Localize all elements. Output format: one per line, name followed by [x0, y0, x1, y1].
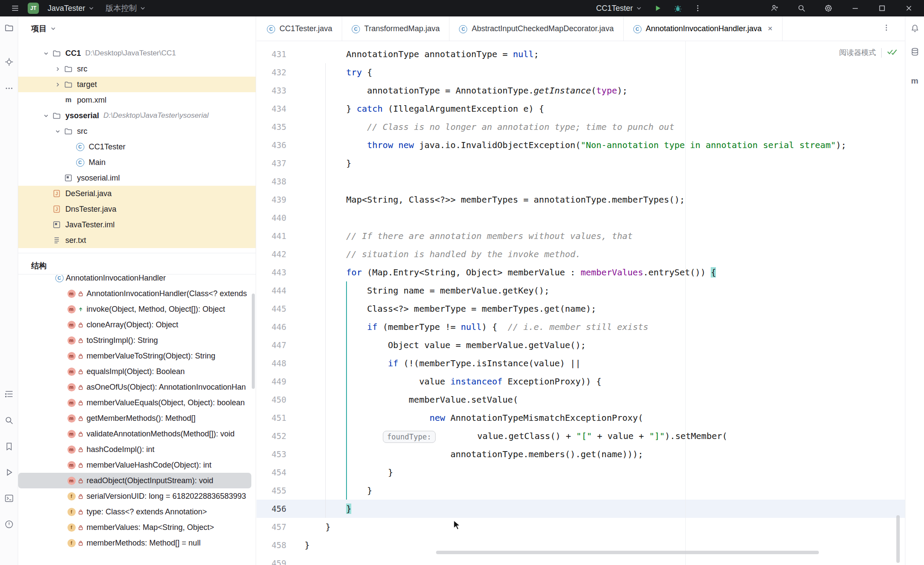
code-line-431[interactable]: AnnotationType annotationType = null;	[305, 45, 905, 63]
line-number-436[interactable]: 436	[257, 136, 286, 154]
line-number-435[interactable]: 435	[257, 118, 286, 136]
debug-button[interactable]	[671, 2, 684, 15]
code-line-442[interactable]: // situation is handled by the invoke me…	[305, 245, 905, 263]
line-number-434[interactable]: 434	[257, 100, 286, 118]
tree-item-CC1[interactable]: CC1D:\Desktop\JavaTester\CC1	[18, 45, 256, 61]
structure-item-memberValueEquals[interactable]: mmemberValueEquals(Object, Object): bool…	[18, 395, 251, 410]
structure-item-AnnotationInvocationHandler[interactable]: mAnnotationInvocationHandler(Class<? ext…	[18, 286, 251, 301]
project-selector[interactable]: JavaTester	[45, 2, 97, 15]
code-line-432[interactable]: try {	[305, 63, 905, 81]
line-number-448[interactable]: 448	[257, 354, 286, 372]
structure-item-cloneArray[interactable]: mcloneArray(Object): Object	[18, 317, 251, 333]
chevron-expanded-icon[interactable]	[52, 128, 63, 135]
structure-icon[interactable]	[3, 387, 16, 400]
line-number-441[interactable]: 441	[257, 227, 286, 245]
tree-item-ysoserial.iml[interactable]: ysoserial.iml	[18, 170, 256, 186]
run-config-selector[interactable]: CC1Tester	[594, 2, 645, 15]
code-line-433[interactable]: annotationType = AnnotationType.getInsta…	[305, 81, 905, 100]
line-number-453[interactable]: 453	[257, 445, 286, 463]
code-line-447[interactable]: Object value = memberValue.getValue();	[305, 336, 905, 354]
code-line-437[interactable]: }	[305, 154, 905, 172]
code-line-445[interactable]: Class<?> memberType = memberTypes.get(na…	[305, 300, 905, 318]
structure-item-memberValueHashCode[interactable]: mmemberValueHashCode(Object): int	[18, 457, 251, 473]
run-icon[interactable]	[3, 466, 16, 479]
code-line-440[interactable]	[305, 209, 905, 227]
chevron-expanded-icon[interactable]	[41, 50, 51, 57]
code-with-me-icon[interactable]	[768, 2, 781, 15]
project-panel-header[interactable]: 项目	[18, 20, 256, 37]
tree-item-ysoserial[interactable]: ysoserialD:\Desktop\JavaTester\ysoserial	[18, 108, 256, 123]
code-line-451[interactable]: new AnnotationTypeMismatchExceptionProxy…	[305, 409, 905, 427]
line-number-443[interactable]: 443	[257, 263, 286, 281]
line-number-456[interactable]: 456	[257, 500, 286, 518]
editor-gutter[interactable]: 4314324334344354364374384394404414424434…	[257, 41, 286, 565]
line-number-442[interactable]: 442	[257, 245, 286, 263]
database-icon[interactable]	[908, 45, 921, 58]
bookmarks-icon[interactable]	[3, 440, 16, 453]
line-number-459[interactable]: 459	[257, 554, 286, 565]
code-line-452[interactable]: foundType: value.getClass() + "[" + valu…	[305, 427, 905, 445]
structure-item-toStringImpl[interactable]: mtoStringImpl(): String	[18, 333, 251, 348]
editor[interactable]: 4314324334344354364374384394404414424434…	[257, 41, 905, 565]
structure-scrollbar[interactable]	[252, 294, 255, 389]
problems-icon[interactable]	[3, 518, 16, 531]
tree-item-target[interactable]: target	[18, 77, 256, 92]
line-number-447[interactable]: 447	[257, 336, 286, 354]
structure-item-memberValueToString[interactable]: mmemberValueToString(Object): String	[18, 348, 251, 364]
structure-item-invoke[interactable]: minvoke(Object, Method, Object[]): Objec…	[18, 301, 251, 317]
tree-item-src[interactable]: src	[18, 123, 256, 139]
code-line-435[interactable]: // Class is no longer an annotation type…	[305, 118, 905, 136]
line-number-452[interactable]: 452	[257, 427, 286, 445]
line-number-457[interactable]: 457	[257, 518, 286, 536]
tree-item-CC1Tester[interactable]: CCC1Tester	[18, 139, 256, 155]
notifications-icon[interactable]	[908, 22, 921, 35]
tree-item-DnsTester.java[interactable]: JDnsTester.java	[18, 201, 256, 217]
settings-icon[interactable]	[822, 2, 835, 15]
line-number-444[interactable]: 444	[257, 281, 286, 300]
line-number-450[interactable]: 450	[257, 391, 286, 409]
structure-item-equalsImpl[interactable]: mequalsImpl(Object): Boolean	[18, 364, 251, 379]
vertical-scrollbar[interactable]	[896, 515, 900, 563]
more-run-actions-icon[interactable]	[691, 2, 704, 15]
tab-CC1Tester.java[interactable]: CCC1Tester.java	[257, 16, 342, 41]
structure-item-readObject[interactable]: mreadObject(ObjectInputStream): void	[18, 473, 251, 488]
tree-item-Main[interactable]: CMain	[18, 155, 256, 170]
chevron-collapsed-icon[interactable]	[52, 66, 63, 72]
search-everywhere-icon[interactable]	[795, 2, 808, 15]
search-icon[interactable]	[3, 414, 16, 427]
code-line-444[interactable]: String name = memberValue.getKey();	[305, 281, 905, 300]
tree-item-JavaTester.iml[interactable]: JavaTester.iml	[18, 217, 256, 232]
horizontal-scrollbar[interactable]	[436, 551, 819, 554]
structure-item-type[interactable]: ftype: Class<? extends Annotation>	[18, 504, 251, 520]
tab-TransformedMap.java[interactable]: CTransformedMap.java	[342, 16, 449, 41]
line-number-454[interactable]: 454	[257, 463, 286, 481]
inspections-ok-icon[interactable]	[887, 47, 898, 58]
code-line-446[interactable]: if (memberType != null) { // i.e. member…	[305, 318, 905, 336]
line-number-449[interactable]: 449	[257, 372, 286, 391]
structure-item-asOneOfUs[interactable]: masOneOfUs(Object): AnnotationInvocation…	[18, 379, 251, 395]
editor-code[interactable]: AnnotationType annotationType = null; tr…	[305, 41, 905, 565]
code-line-438[interactable]	[305, 172, 905, 190]
line-number-451[interactable]: 451	[257, 409, 286, 427]
line-number-433[interactable]: 433	[257, 81, 286, 100]
more-icon[interactable]	[3, 82, 16, 95]
project-icon[interactable]	[3, 21, 16, 34]
line-number-431[interactable]: 431	[257, 45, 286, 63]
chevron-collapsed-icon[interactable]	[52, 81, 63, 88]
code-line-448[interactable]: if (!(memberType.isInstance(value) ||	[305, 354, 905, 372]
tab-AnnotationInvocationHandler.java[interactable]: CAnnotationInvocationHandler.java×	[624, 16, 783, 41]
code-line-434[interactable]: } catch (IllegalArgumentException e) {	[305, 100, 905, 118]
line-number-432[interactable]: 432	[257, 63, 286, 81]
run-button[interactable]	[651, 2, 664, 15]
structure-panel-header[interactable]: 结构	[18, 257, 256, 274]
tree-item-DeSerial.java[interactable]: JDeSerial.java	[18, 186, 256, 201]
structure-item-validateAnnotationMethods[interactable]: mvalidateAnnotationMethods(Method[]): vo…	[18, 426, 251, 442]
code-line-439[interactable]: Map<String, Class<?>> memberTypes = anno…	[305, 190, 905, 209]
line-number-446[interactable]: 446	[257, 318, 286, 336]
editor-inspection-widget[interactable]: 阅读器模式	[839, 47, 898, 58]
terminal-icon[interactable]	[3, 492, 16, 505]
line-number-458[interactable]: 458	[257, 536, 286, 554]
structure-item-AnnotationInvocationHandler[interactable]: CAnnotationInvocationHandler	[18, 275, 251, 286]
main-menu-icon[interactable]	[9, 2, 22, 15]
line-number-455[interactable]: 455	[257, 481, 286, 500]
